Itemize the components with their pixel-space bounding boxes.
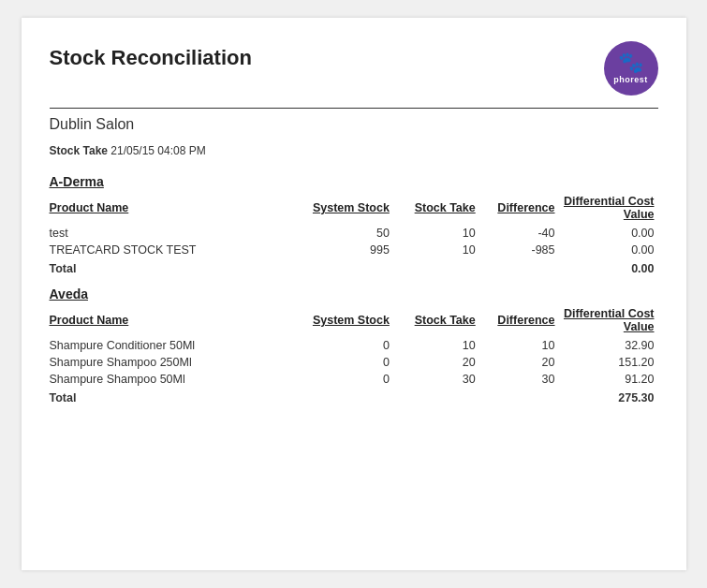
logo-text: phorest	[613, 75, 648, 84]
stock-take-date: 21/05/15 04:08 PM	[110, 144, 205, 157]
table-cell: 151.20	[559, 354, 658, 371]
col-header-difference-1: Difference	[479, 305, 559, 337]
table-cell: Shampure Shampoo 250Ml	[50, 354, 301, 371]
table-row: test5010-400.00	[50, 225, 658, 242]
table-cell: 0	[301, 371, 393, 388]
total-label: Total	[50, 388, 559, 410]
col-header-difference-0: Difference	[479, 193, 559, 225]
table-cell: 10	[393, 242, 479, 258]
page-container: Stock Reconciliation 🐾 phorest Dublin Sa…	[22, 18, 686, 570]
col-header-diff_cost-1: Differential Cost Value	[559, 305, 658, 337]
total-value: 275.30	[559, 388, 658, 410]
table-cell: -40	[479, 225, 559, 242]
section-aveda: AvedaProduct NameSystem StockStock TakeD…	[50, 287, 658, 410]
stock-take-label: Stock Take	[50, 144, 108, 157]
table-cell: 20	[479, 354, 559, 371]
col-header-system_stock-1: System Stock	[301, 305, 393, 337]
page-header: Stock Reconciliation 🐾 phorest	[50, 46, 658, 109]
stock-take-info: Stock Take 21/05/15 04:08 PM	[50, 144, 658, 157]
table-cell: test	[50, 225, 301, 242]
table-cell: 30	[393, 371, 479, 388]
total-value: 0.00	[559, 258, 658, 281]
table-0: Product NameSystem StockStock TakeDiffer…	[50, 193, 658, 281]
logo-icon: 🐾	[618, 52, 643, 73]
table-cell: -985	[479, 242, 559, 258]
col-header-stock_take-1: Stock Take	[393, 305, 479, 337]
col-header-product-1: Product Name	[50, 305, 301, 337]
table-cell: 50	[301, 225, 393, 242]
table-cell: 32.90	[559, 337, 658, 354]
table-cell: 30	[479, 371, 559, 388]
phorest-logo: 🐾 phorest	[604, 41, 658, 96]
col-header-stock_take-0: Stock Take	[393, 193, 479, 225]
table-cell: 20	[393, 354, 479, 371]
table-cell: 10	[479, 337, 559, 354]
table-cell: 10	[393, 225, 479, 242]
table-cell: Shampure Shampoo 50Ml	[50, 371, 301, 388]
table-row: Shampure Shampoo 50Ml0303091.20	[50, 371, 658, 388]
table-row: Shampure Shampoo 250Ml02020151.20	[50, 354, 658, 371]
table-cell: Shampure Conditioner 50Ml	[50, 337, 301, 354]
table-cell: 91.20	[559, 371, 658, 388]
table-row: Shampure Conditioner 50Ml0101032.90	[50, 337, 658, 354]
brand-name-1: Aveda	[50, 287, 658, 301]
table-cell: 10	[393, 337, 479, 354]
col-header-product-0: Product Name	[50, 193, 301, 225]
table-cell: 0.00	[559, 242, 658, 258]
table-1: Product NameSystem StockStock TakeDiffer…	[50, 305, 658, 410]
col-header-system_stock-0: System Stock	[301, 193, 393, 225]
section-a-derma: A-DermaProduct NameSystem StockStock Tak…	[50, 174, 658, 281]
salon-name: Dublin Salon	[50, 116, 658, 133]
col-header-diff_cost-0: Differential Cost Value	[559, 193, 658, 225]
brand-name-0: A-Derma	[50, 174, 658, 189]
table-cell: 0	[301, 354, 393, 371]
page-title: Stock Reconciliation	[50, 46, 252, 70]
table-cell: 995	[301, 242, 393, 258]
total-row: Total0.00	[50, 258, 658, 281]
table-row: TREATCARD STOCK TEST99510-9850.00	[50, 242, 658, 258]
total-label: Total	[50, 258, 559, 281]
sections-container: A-DermaProduct NameSystem StockStock Tak…	[50, 174, 658, 410]
table-cell: 0.00	[559, 225, 658, 242]
table-cell: 0	[301, 337, 393, 354]
table-cell: TREATCARD STOCK TEST	[50, 242, 301, 258]
total-row: Total275.30	[50, 388, 658, 410]
